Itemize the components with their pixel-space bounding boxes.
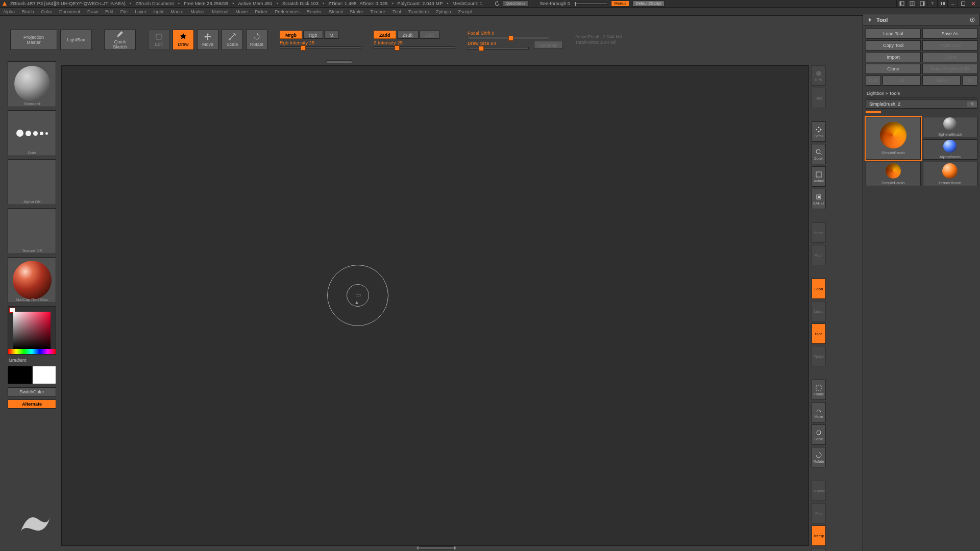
menu-picker[interactable]: Picker — [255, 9, 267, 14]
scroll-button[interactable]: Scroll — [812, 121, 826, 142]
lightbox-tools-header[interactable]: Lightbox » Tools — [866, 89, 977, 98]
clone-button[interactable]: Clone — [866, 64, 921, 74]
zoom-button[interactable]: Zoom — [812, 144, 826, 164]
draw-size-slider[interactable]: Draw Size 64 — [468, 41, 529, 49]
mrgb-toggle[interactable]: Mrgb — [280, 31, 302, 39]
scale-mode-button[interactable]: Scale — [222, 30, 243, 50]
menu-marker[interactable]: Marker — [190, 9, 205, 14]
edit-mode-button[interactable]: Edit — [148, 30, 169, 50]
copy-tool-button[interactable]: Copy Tool — [866, 40, 921, 51]
tool-simplebrush-large[interactable]: SimpleBrush — [866, 117, 921, 160]
load-tool-button[interactable]: Load Tool — [866, 29, 921, 39]
nav-rotate-button[interactable]: Rotate — [812, 447, 826, 467]
tool-spherebrush[interactable]: SphereBrush — [923, 117, 978, 137]
dynamic-toggle[interactable]: Dynamic — [534, 41, 563, 49]
menu-draw[interactable]: Draw — [87, 9, 98, 14]
layout-a-icon[interactable] — [896, 0, 906, 7]
color-picker[interactable] — [8, 306, 56, 355]
local-button[interactable]: Local — [812, 279, 826, 299]
document-bottom-handle[interactable] — [419, 546, 454, 549]
menu-color[interactable]: Color — [41, 9, 53, 14]
polyframe-button[interactable]: PFrame — [812, 481, 826, 501]
menu-light[interactable]: Light — [154, 9, 164, 14]
alpha-picker[interactable]: Alpha Off — [8, 159, 56, 205]
maximize-icon[interactable] — [958, 0, 968, 7]
actual-button[interactable]: Actual — [812, 166, 826, 187]
poly-button[interactable]: Poly — [812, 503, 826, 523]
close-icon[interactable] — [968, 0, 978, 7]
menu-macro[interactable]: Macro — [170, 9, 183, 14]
black-swatch[interactable] — [8, 366, 32, 384]
goz-visible-button[interactable]: Visible — [922, 76, 961, 86]
menu-file[interactable]: File — [120, 9, 128, 14]
pin-icon[interactable] — [969, 17, 975, 23]
menu-material[interactable]: Material — [212, 9, 228, 14]
draw-mode-button[interactable]: Draw — [173, 30, 194, 50]
save-as-button[interactable]: Save As — [922, 29, 977, 39]
paste-tool-button[interactable]: Paste Tool — [922, 40, 977, 51]
menu-render[interactable]: Render — [307, 9, 322, 14]
export-button[interactable]: Export — [922, 52, 977, 62]
persp-button[interactable]: Persp — [812, 222, 826, 243]
menus-button[interactable]: Menus — [611, 1, 629, 7]
document-canvas[interactable]: ▭▴ — [61, 65, 809, 546]
aahalf-button[interactable]: AAHalf — [812, 189, 826, 209]
goz-r-button[interactable]: R — [962, 76, 977, 86]
rgb-toggle[interactable]: Rgb — [303, 31, 323, 39]
switchcolor-button[interactable]: SwitchColor — [8, 387, 56, 396]
nav-move-button[interactable]: Move — [812, 402, 826, 422]
z-intensity-slider[interactable]: Z Intensity 25 — [374, 40, 455, 49]
hue-strip[interactable] — [8, 349, 56, 354]
tool-simplebrush-small[interactable]: SimpleBrush — [866, 162, 921, 186]
lightbox-button[interactable]: LightBox — [60, 30, 92, 50]
xpose-button[interactable]: Xpose — [812, 346, 826, 366]
help-icon[interactable]: ? — [927, 0, 937, 7]
tool-eraserbrush[interactable]: EraserBrush — [923, 162, 978, 186]
zadd-toggle[interactable]: Zadd — [374, 31, 396, 39]
minimize-icon[interactable] — [947, 0, 958, 7]
stroke-picker[interactable]: Dots — [8, 110, 56, 156]
rotate-mode-button[interactable]: Rotate — [246, 30, 267, 50]
goz-button[interactable]: GoZ — [866, 76, 881, 86]
collapse-icon[interactable] — [867, 17, 873, 23]
menu-movie[interactable]: Movie — [235, 9, 248, 14]
alternate-button[interactable]: Alternate — [8, 399, 56, 409]
make-polymesh-button[interactable]: Make PolyMesh3D — [922, 64, 977, 74]
document-top-handle[interactable] — [327, 60, 352, 63]
gradient-toggle[interactable]: Gradient — [8, 358, 56, 363]
rgb-intensity-slider[interactable]: Rgb Intensity 25 — [280, 40, 361, 49]
texture-picker[interactable]: Texture Off — [8, 208, 56, 254]
bpr-button[interactable]: BPR — [812, 65, 826, 86]
menu-texture[interactable]: Texture — [370, 9, 385, 14]
refresh-icon[interactable] — [495, 1, 500, 6]
menu-tool[interactable]: Tool — [393, 9, 401, 14]
menu-zscript[interactable]: Zscript — [458, 9, 472, 14]
menu-preferences[interactable]: Preferences — [275, 9, 300, 14]
move-mode-button[interactable]: Move — [197, 30, 218, 50]
current-tool-r-button[interactable]: R — [967, 102, 977, 107]
m-toggle[interactable]: M — [324, 31, 339, 39]
menu-zplugin[interactable]: Zplugin — [436, 9, 451, 14]
current-tool-row[interactable]: SimpleBrush. 2 R — [866, 99, 977, 109]
dual-icon[interactable] — [937, 0, 947, 7]
zsub-toggle[interactable]: Zsub — [397, 31, 419, 39]
tool-palette-header[interactable]: Tool — [863, 14, 980, 26]
lasso-button[interactable]: Lasso — [812, 301, 826, 321]
floor-button[interactable]: Floor — [812, 245, 826, 265]
shade-button[interactable]: Shd — [812, 88, 826, 108]
import-button[interactable]: Import — [866, 52, 921, 62]
zcut-toggle[interactable]: Zcut — [420, 31, 440, 39]
white-swatch[interactable] — [32, 366, 57, 384]
menu-document[interactable]: Document — [59, 9, 80, 14]
transp-button[interactable]: Transp — [812, 525, 826, 546]
layout-b-icon[interactable] — [906, 0, 917, 7]
menu-layer[interactable]: Layer — [135, 9, 146, 14]
material-picker[interactable]: MatCap Red Wax — [8, 257, 56, 303]
goz-all-button[interactable]: All — [883, 76, 921, 86]
frame-button[interactable]: Frame — [812, 380, 826, 400]
menu-transform[interactable]: Transform — [408, 9, 429, 14]
menu-stroke[interactable]: Stroke — [350, 9, 363, 14]
quicksketch-button[interactable]: Quick Sketch — [104, 30, 136, 50]
seethrough-slider[interactable] — [573, 3, 608, 5]
quicksave-button[interactable]: QuickSave — [503, 1, 529, 7]
